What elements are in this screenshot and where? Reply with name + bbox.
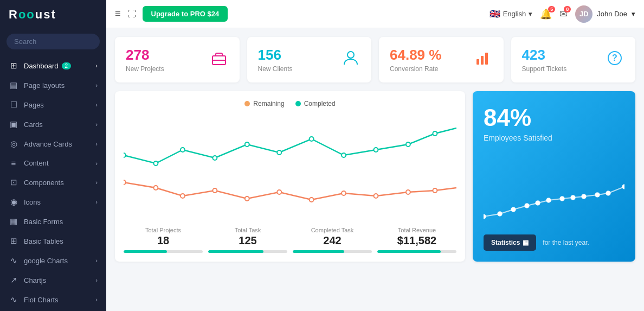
year-text: for the last year. xyxy=(543,239,589,246)
sidebar-item-basic-forms[interactable]: ▦ Basic Forms xyxy=(0,212,106,231)
svg-point-33 xyxy=(525,204,529,208)
bottom-row: Remaining Completed xyxy=(115,91,635,262)
language-selector[interactable]: 🇬🇧 English ▾ xyxy=(490,9,533,19)
content-icon: ≡ xyxy=(9,158,18,168)
sidebar-item-dashboard[interactable]: ⊞ Dashboard 2 › xyxy=(0,56,106,75)
chart-stat-projects: Total Projects 18 xyxy=(124,227,203,253)
sidebar-item-label: google Charts xyxy=(24,257,68,265)
progress-bar-completed xyxy=(293,250,372,253)
svg-point-34 xyxy=(536,201,540,205)
sidebar-item-label: Icons xyxy=(24,198,41,206)
sidebar-item-basic-tables[interactable]: ⊞ Basic Tables xyxy=(0,231,106,251)
sidebar-item-label: Chartjs xyxy=(24,276,46,284)
svg-point-13 xyxy=(277,150,281,155)
dashboard-badge: 2 xyxy=(62,62,72,69)
svg-point-15 xyxy=(342,153,346,157)
svg-point-21 xyxy=(181,194,185,198)
stat-card-projects: 278 New Projects xyxy=(115,37,240,82)
user-menu-button[interactable]: JD John Doe ▾ xyxy=(575,5,635,23)
svg-point-10 xyxy=(181,148,185,152)
sidebar-item-advance-cards[interactable]: ◎ Advance Cards › xyxy=(0,134,106,154)
stat-info-conversion: 64.89 % Conversion Rate xyxy=(390,47,441,73)
statistics-button[interactable]: Statistics ▦ xyxy=(484,234,536,251)
svg-point-41 xyxy=(622,185,624,189)
sidebar-item-chartjs[interactable]: ↗ Chartjs › xyxy=(0,270,106,290)
stat-value-projects: 278 xyxy=(126,47,164,64)
cs-label-projects: Total Projects xyxy=(124,227,203,233)
progress-bar-revenue xyxy=(377,250,456,253)
avatar: JD xyxy=(575,5,593,23)
messages-button[interactable]: ✉ 8 xyxy=(559,8,568,20)
stat-label-tickets: Support Tickets xyxy=(522,65,567,73)
person-icon xyxy=(341,48,360,72)
svg-rect-4 xyxy=(481,56,484,65)
stat-value-clients: 156 xyxy=(258,47,293,64)
stat-value-conversion: 64.89 % xyxy=(390,47,441,64)
stat-info-clients: 156 New Clients xyxy=(258,47,293,73)
sidebar-item-label: Flot Charts xyxy=(24,296,59,304)
svg-point-26 xyxy=(342,191,346,195)
progress-fill-completed xyxy=(293,250,344,253)
cards-icon: ▣ xyxy=(9,119,18,129)
search-input[interactable] xyxy=(7,34,100,49)
chart-legend: Remaining Completed xyxy=(124,100,456,107)
svg-point-27 xyxy=(373,194,378,198)
sidebar-item-label: Dashboard xyxy=(24,62,59,70)
svg-point-38 xyxy=(582,194,586,199)
fullscreen-button[interactable]: ⛶ xyxy=(127,9,136,19)
cs-value-revenue: $11,582 xyxy=(377,234,456,247)
chart-stat-revenue: Total Revenue $11,582 xyxy=(377,227,456,253)
sidebar-item-content[interactable]: ≡ Content › xyxy=(0,154,106,173)
flag-icon: 🇬🇧 xyxy=(490,9,500,19)
completed-label: Completed xyxy=(304,100,336,107)
svg-point-28 xyxy=(406,190,410,194)
svg-point-22 xyxy=(212,188,217,193)
svg-point-25 xyxy=(310,198,314,202)
content-area: 278 New Projects 156 New Clients xyxy=(106,28,644,311)
hamburger-button[interactable]: ≡ xyxy=(115,8,121,20)
svg-point-14 xyxy=(310,137,314,141)
chart-icon: ▦ xyxy=(523,239,529,246)
legend-remaining: Remaining xyxy=(244,100,284,107)
chevron-right-icon: › xyxy=(95,199,98,205)
svg-point-11 xyxy=(212,156,217,160)
notifications-badge: 5 xyxy=(548,6,555,12)
svg-point-19 xyxy=(124,180,126,185)
progress-fill-projects xyxy=(124,250,167,253)
sidebar-item-pages[interactable]: ☐ Pages › xyxy=(0,95,106,115)
chart-bar-icon xyxy=(473,48,493,72)
chevron-right-icon: › xyxy=(95,257,98,264)
sidebar-item-page-layouts[interactable]: ▤ Page layouts › xyxy=(0,75,106,95)
upgrade-button[interactable]: Upgrade to PRO $24 xyxy=(143,6,228,22)
notifications-button[interactable]: 🔔 5 xyxy=(540,8,552,20)
sidebar-item-label: Page layouts xyxy=(24,81,65,90)
cs-label-completed: Completed Task xyxy=(293,227,372,233)
topbar-left: ≡ ⛶ Upgrade to PRO $24 xyxy=(115,6,228,22)
chevron-right-icon: › xyxy=(95,62,98,69)
remaining-label: Remaining xyxy=(253,100,284,107)
svg-point-12 xyxy=(245,142,249,147)
sidebar-item-google-charts[interactable]: ∿ google Charts › xyxy=(0,251,106,270)
sidebar-item-label: Basic Forms xyxy=(24,218,63,226)
stat-card-tickets: 423 Support Tickets ? xyxy=(511,37,636,82)
svg-point-37 xyxy=(571,195,575,200)
sidebar-item-flot-charts[interactable]: ∿ Flot Charts › xyxy=(0,290,106,309)
sidebar-item-components[interactable]: ⊡ Components › xyxy=(0,173,106,192)
stat-card-conversion: 64.89 % Conversion Rate xyxy=(379,37,504,82)
svg-point-30 xyxy=(484,214,486,219)
progress-bar-tasks xyxy=(208,250,287,253)
advance-cards-icon: ◎ xyxy=(9,139,18,149)
line-chart xyxy=(124,112,456,220)
chevron-right-icon: › xyxy=(95,296,98,303)
messages-badge: 8 xyxy=(564,6,571,12)
progress-fill-revenue xyxy=(377,250,441,253)
chevron-right-icon: › xyxy=(95,141,98,147)
user-name: John Doe xyxy=(597,10,627,18)
stats-label: Statistics xyxy=(491,239,520,246)
svg-point-16 xyxy=(373,148,378,152)
sidebar-item-cards[interactable]: ▣ Cards › xyxy=(0,115,106,134)
sidebar-item-icons[interactable]: ◉ Icons › xyxy=(0,192,106,212)
page-layouts-icon: ▤ xyxy=(9,80,18,90)
legend-completed: Completed xyxy=(295,100,336,107)
progress-bar-projects xyxy=(124,250,203,253)
